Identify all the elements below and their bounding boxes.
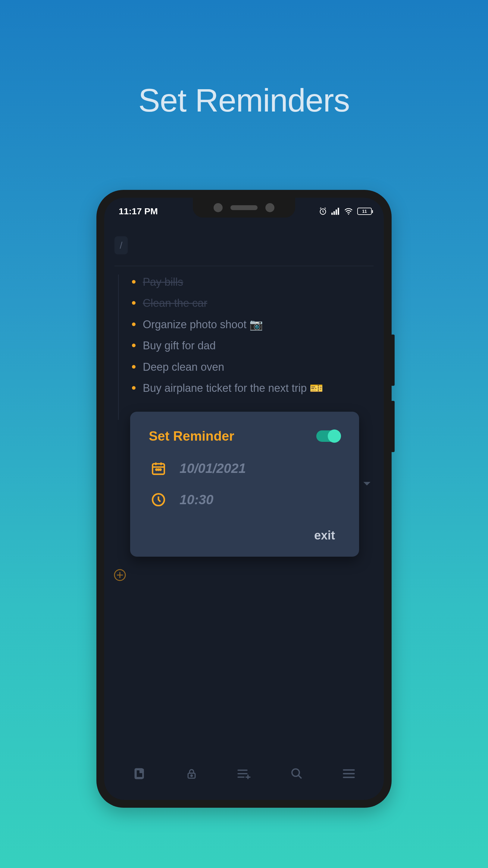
nav-list-add-icon[interactable] <box>237 768 251 779</box>
nav-search-icon[interactable] <box>290 767 303 780</box>
svg-point-10 <box>160 469 161 470</box>
nav-lock-icon[interactable] <box>186 767 198 780</box>
wifi-icon <box>344 208 353 215</box>
battery-icon: 11 <box>357 208 372 215</box>
add-button[interactable] <box>113 568 127 582</box>
svg-point-9 <box>158 469 159 470</box>
status-icons: 11 <box>319 207 372 216</box>
todo-item[interactable]: Buy gift for dad <box>132 335 373 356</box>
bullet-icon <box>132 344 135 347</box>
svg-rect-4 <box>338 208 339 215</box>
todo-item[interactable]: Buy airplane ticket for the next trip 🎫 <box>132 378 373 399</box>
screen: 11:17 PM 11 / <box>104 198 384 800</box>
todo-item[interactable]: Deep clean oven <box>132 356 373 378</box>
volume-down-button[interactable] <box>391 401 395 452</box>
svg-point-5 <box>348 214 349 215</box>
clock-icon <box>151 492 166 507</box>
divider <box>115 266 373 266</box>
breadcrumb-chip[interactable]: / <box>115 236 128 254</box>
bottom-nav <box>104 757 384 790</box>
toggle-knob <box>328 430 341 443</box>
status-bar: 11:17 PM 11 <box>104 198 384 225</box>
nav-notes-icon[interactable] <box>133 767 146 780</box>
svg-rect-15 <box>140 770 143 772</box>
battery-level: 11 <box>362 209 367 214</box>
todo-text: Organize photo shoot 📷 <box>143 317 263 332</box>
app-content: / Pay bills Clean the car Organize photo… <box>104 225 384 800</box>
todo-item[interactable]: Clean the car <box>132 293 373 314</box>
bullet-icon <box>132 322 135 326</box>
time-row[interactable]: 10:30 <box>149 492 340 507</box>
date-value: 10/01/2021 <box>180 461 246 476</box>
signal-icon <box>331 208 340 215</box>
todo-item[interactable]: Organize photo shoot 📷 <box>132 314 373 335</box>
chevron-down-icon[interactable] <box>363 481 371 488</box>
indent-line <box>118 275 119 420</box>
reminder-toggle[interactable] <box>316 430 340 442</box>
hero-title: Set Reminders <box>0 82 488 119</box>
date-row[interactable]: 10/01/2021 <box>149 461 340 476</box>
status-time: 11:17 PM <box>119 206 158 216</box>
bullet-icon <box>132 365 135 369</box>
dialog-title: Set Reminder <box>149 429 234 444</box>
svg-rect-3 <box>335 210 337 215</box>
time-value: 10:30 <box>180 492 214 507</box>
svg-point-18 <box>292 769 299 776</box>
bullet-icon <box>132 280 135 284</box>
calendar-icon <box>151 461 166 476</box>
bullet-icon <box>132 386 135 390</box>
alarm-icon <box>319 207 327 216</box>
todo-text: Buy airplane ticket for the next trip 🎫 <box>143 381 323 396</box>
exit-button[interactable]: exit <box>309 526 340 545</box>
todo-text: Clean the car <box>143 296 207 311</box>
set-reminder-dialog: Set Reminder 10/01/2021 <box>130 412 359 557</box>
todo-text: Buy gift for dad <box>143 338 216 353</box>
bullet-icon <box>132 301 135 305</box>
svg-rect-1 <box>331 213 333 215</box>
phone-frame: 11:17 PM 11 / <box>96 190 392 808</box>
svg-point-17 <box>191 775 193 776</box>
todo-item[interactable]: Pay bills <box>132 272 373 293</box>
todo-text: Deep clean oven <box>143 360 224 375</box>
todo-list: Pay bills Clean the car Organize photo s… <box>115 272 373 399</box>
svg-point-8 <box>156 469 157 470</box>
svg-rect-2 <box>333 211 335 215</box>
volume-up-button[interactable] <box>391 335 395 386</box>
todo-text: Pay bills <box>143 275 183 290</box>
nav-menu-icon[interactable] <box>343 769 355 778</box>
